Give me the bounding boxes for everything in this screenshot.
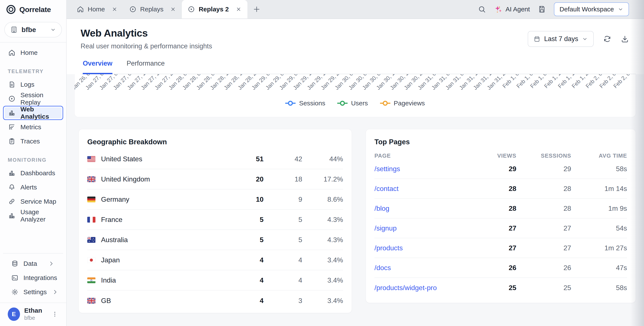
legend-item-sessions[interactable]: Sessions	[285, 100, 325, 107]
page-link[interactable]: /signup	[374, 224, 396, 232]
chevron-down-icon	[50, 27, 56, 33]
bell-icon	[8, 184, 15, 191]
sidebar-item-session-replay[interactable]: Session Replay	[3, 92, 63, 106]
page-link[interactable]: /docs	[374, 264, 391, 272]
sidebar-item-data[interactable]: Data	[6, 256, 60, 271]
country-sessions: 5	[231, 216, 264, 224]
country-name: France	[101, 216, 231, 224]
table-row: /settings 29 29 58s	[374, 159, 627, 179]
geo-row: United Kingdom 20 18 17.2%	[87, 169, 343, 189]
page-link[interactable]: /products	[374, 244, 403, 252]
ai-agent-label: AI Agent	[506, 6, 530, 13]
tab-overview[interactable]: Overview	[83, 60, 112, 74]
flag-icon-in	[87, 277, 96, 283]
page-views: 25	[473, 284, 516, 292]
sidebar-item-web-analytics[interactable]: Web Analytics	[3, 106, 63, 120]
download-icon[interactable]	[621, 35, 629, 43]
save-icon[interactable]	[538, 5, 546, 13]
country-users: 3	[264, 297, 302, 305]
top-pages-card: Top Pages PAGE VIEWS SESSIONS AVG TIME /…	[366, 129, 636, 303]
home-icon	[8, 49, 15, 56]
page-link[interactable]: /blog	[374, 204, 389, 212]
col-header-views: VIEWS	[473, 152, 516, 159]
geo-card-title: Geographic Breakdown	[87, 138, 343, 146]
search-icon[interactable]	[478, 5, 486, 13]
new-tab-button[interactable]	[248, 0, 266, 19]
browser-tab-replays-2[interactable]: Replays 2	[182, 0, 247, 19]
page-link[interactable]: /settings	[374, 165, 400, 173]
sidebar-item-traces[interactable]: Traces	[3, 134, 63, 148]
page-avg-time: 54s	[571, 224, 627, 232]
sidebar-item-logs[interactable]: Logs	[3, 77, 63, 92]
link-icon	[8, 198, 15, 205]
calendar-icon	[534, 36, 540, 42]
sidebar-item-service-map[interactable]: Service Map	[3, 194, 63, 209]
table-row: /blog 28 28 1m 9s	[374, 199, 627, 218]
close-icon[interactable]	[236, 7, 242, 12]
page-views: 28	[473, 204, 516, 212]
geographic-breakdown-card: Geographic Breakdown United States 51 42…	[78, 129, 352, 313]
sidebar-sections: TELEMETRY Logs Session Replay Web Analyt…	[3, 60, 63, 223]
section-label: MONITORING	[3, 148, 63, 166]
country-users: 5	[264, 236, 302, 244]
country-sessions: 51	[231, 155, 264, 163]
gear-icon	[12, 288, 18, 295]
workspace-selector[interactable]: bfbe	[4, 22, 62, 38]
sidebar-footer: Data Integrations Settings	[0, 253, 66, 299]
legend-item-pageviews[interactable]: Pageviews	[380, 100, 425, 107]
country-users: 4	[264, 276, 302, 284]
user-name: Ethan	[24, 307, 42, 314]
workspace-dropdown[interactable]: Default Workspace	[554, 2, 629, 16]
sidebar-item-usage-analyzer[interactable]: Usage Analyzer	[3, 209, 63, 223]
kebab-menu-icon[interactable]	[46, 311, 63, 317]
sidebar-item-dashboards[interactable]: Dashboards	[3, 166, 63, 180]
tab-performance[interactable]: Performance	[126, 60, 165, 74]
sidebar-item-metrics[interactable]: Metrics	[3, 120, 63, 134]
legend-item-users[interactable]: Users	[337, 100, 368, 107]
sidebar-item-alerts[interactable]: Alerts	[3, 180, 63, 194]
country-name: United Kingdom	[101, 175, 231, 183]
country-percent: 17.2%	[302, 175, 343, 183]
flag-icon-jp	[87, 257, 96, 263]
sidebar-item-label: Service Map	[20, 198, 58, 205]
geo-row: Australia 5 5 4.3%	[87, 230, 343, 250]
country-sessions: 5	[231, 236, 264, 244]
browser-tab-home[interactable]: Home	[71, 0, 124, 19]
page-link[interactable]: /products/widget-pro	[374, 284, 437, 291]
refresh-icon[interactable]	[603, 35, 611, 43]
avatar: E	[8, 307, 20, 321]
country-percent: 4.3%	[302, 236, 343, 244]
close-icon[interactable]	[170, 7, 176, 12]
sidebar-item-label: Dashboards	[20, 169, 58, 177]
table-row: /products 27 27 1m 27s	[374, 238, 627, 258]
sidebar-item-settings[interactable]: Settings	[6, 285, 60, 299]
country-name: Germany	[101, 195, 231, 203]
user-card[interactable]: E Ethan bfbe	[0, 302, 66, 326]
country-users: 18	[264, 175, 302, 183]
sidebar-item-label: Traces	[20, 138, 58, 145]
flag-icon-fr	[87, 217, 96, 223]
date-range-button[interactable]: Last 7 days	[528, 31, 594, 47]
sidebar-item-home[interactable]: Home	[3, 46, 63, 60]
brand-logo-icon	[6, 5, 16, 14]
sidebar-nav: Home TELEMETRY Logs Session Replay Web A…	[0, 43, 66, 326]
brand: Qorrelate	[0, 0, 66, 19]
traffic-chart-card: Jan 26, 0Jan 27, 0Jan 27, 0Jan 27, 0Jan …	[74, 74, 636, 117]
geo-row: Germany 10 9 8.6%	[87, 189, 343, 210]
replay-icon	[130, 6, 136, 13]
geo-row: France 5 5 4.3%	[87, 210, 343, 230]
sidebar-item-label: Settings	[24, 288, 47, 296]
building-icon	[10, 26, 18, 33]
ai-agent-button[interactable]: AI Agent	[494, 5, 530, 14]
page-link[interactable]: /contact	[374, 185, 398, 192]
browser-tab-replays[interactable]: Replays	[124, 0, 182, 19]
page-sessions: 27	[516, 244, 571, 252]
country-sessions: 20	[231, 175, 264, 183]
close-icon[interactable]	[112, 7, 117, 12]
sidebar-item-integrations[interactable]: Integrations	[6, 271, 60, 285]
flag-icon-au	[87, 237, 96, 243]
table-row: /products/widget-pro 25 25 58s	[374, 278, 627, 298]
country-percent: 8.6%	[302, 195, 343, 203]
sidebar-item-label: Metrics	[20, 123, 58, 131]
flag-icon-de	[87, 197, 96, 202]
